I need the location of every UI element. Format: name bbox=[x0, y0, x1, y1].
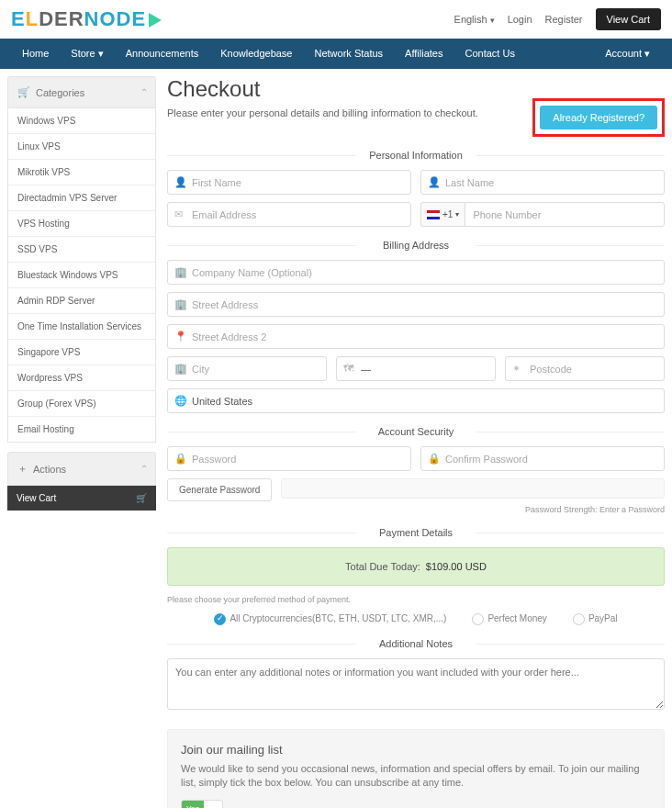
certificate-icon: ✴ bbox=[512, 363, 521, 375]
register-link[interactable]: Register bbox=[545, 14, 583, 25]
nav-home[interactable]: Home bbox=[11, 39, 60, 69]
mailing-text: We would like to send you occasional new… bbox=[181, 762, 651, 791]
radio-icon bbox=[472, 613, 484, 625]
chevron-up-icon: ⌃ bbox=[140, 87, 148, 97]
confirm-password-field[interactable] bbox=[420, 446, 665, 471]
lock-icon: 🔒 bbox=[428, 453, 441, 465]
total-due-bar: Total Due Today:$109.00 USD bbox=[167, 547, 665, 586]
lock-icon: 🔒 bbox=[174, 453, 187, 465]
logo-arrow-icon bbox=[149, 13, 162, 28]
chevron-down-icon: ▾ bbox=[98, 48, 104, 59]
category-item[interactable]: Email Hosting bbox=[8, 417, 155, 442]
nav-store[interactable]: Store ▾ bbox=[60, 39, 114, 69]
section-notes: Additional Notes bbox=[167, 638, 665, 649]
pay-option-perfect-money[interactable]: Perfect Money bbox=[472, 613, 546, 625]
nav-account[interactable]: Account ▾ bbox=[594, 39, 661, 69]
pay-option-crypto[interactable]: All Cryptocurrencies(BTC, ETH, USDT, LTC… bbox=[214, 613, 446, 625]
section-security: Account Security bbox=[167, 426, 665, 437]
login-link[interactable]: Login bbox=[508, 14, 532, 25]
state-select[interactable]: — bbox=[336, 356, 496, 381]
phone-field[interactable] bbox=[465, 202, 665, 227]
building-icon: 🏢 bbox=[174, 298, 187, 310]
category-item[interactable]: VPS Hosting bbox=[8, 211, 155, 237]
logo[interactable]: ELDERNODE bbox=[11, 7, 162, 31]
email-field[interactable] bbox=[167, 202, 411, 227]
already-registered-button[interactable]: Already Registered? bbox=[540, 106, 657, 129]
category-item[interactable]: Directadmin VPS Server bbox=[8, 185, 155, 211]
total-amount: $109.00 USD bbox=[426, 561, 487, 572]
category-item[interactable]: One Time Installation Services bbox=[8, 314, 155, 340]
street2-field[interactable] bbox=[167, 324, 665, 349]
actions-header[interactable]: ＋ Actions ⌃ bbox=[7, 452, 156, 486]
street-field[interactable] bbox=[167, 292, 665, 317]
view-cart-button[interactable]: View Cart bbox=[596, 8, 661, 30]
nav-network-status[interactable]: Network Status bbox=[304, 39, 395, 69]
postcode-field[interactable] bbox=[505, 356, 665, 381]
category-item[interactable]: Admin RDP Server bbox=[8, 288, 155, 314]
category-item[interactable]: Windows VPS bbox=[8, 108, 155, 134]
cart-icon: 🛒 bbox=[136, 493, 147, 503]
toggle-yes-label: Yes bbox=[182, 801, 204, 808]
plus-icon: ＋ bbox=[17, 462, 28, 476]
section-billing: Billing Address bbox=[167, 240, 665, 251]
password-field[interactable] bbox=[167, 446, 411, 471]
categories-header[interactable]: 🛒 Categories ⌃ bbox=[7, 76, 156, 108]
map-icon: 🗺 bbox=[343, 363, 353, 374]
password-strength-text: Password Strength: Enter a Password bbox=[167, 505, 665, 514]
pay-option-paypal[interactable]: PayPal bbox=[573, 613, 618, 625]
category-item[interactable]: Mikrotik VPS bbox=[8, 160, 155, 185]
globe-icon: 🌐 bbox=[174, 395, 187, 407]
section-payment: Payment Details bbox=[167, 527, 665, 538]
already-registered-highlight: Already Registered? bbox=[532, 98, 665, 137]
nav-contact[interactable]: Contact Us bbox=[454, 39, 525, 69]
nav-affiliates[interactable]: Affiliates bbox=[394, 39, 454, 69]
category-item[interactable]: Linux VPS bbox=[8, 134, 155, 160]
city-field[interactable] bbox=[167, 356, 327, 381]
last-name-field[interactable] bbox=[420, 170, 665, 195]
mailing-toggle[interactable]: Yes bbox=[181, 800, 223, 808]
chevron-up-icon: ⌃ bbox=[140, 464, 148, 474]
us-flag-icon bbox=[427, 210, 440, 219]
mailing-title: Join our mailing list bbox=[181, 743, 651, 757]
cart-icon: 🛒 bbox=[17, 86, 30, 98]
radio-checked-icon bbox=[214, 613, 226, 625]
building-icon: 🏢 bbox=[174, 266, 187, 278]
nav-knowledgebase[interactable]: Knowledgebase bbox=[209, 39, 303, 69]
category-item[interactable]: Singapore VPS bbox=[8, 340, 155, 365]
category-item[interactable]: Group (Forex VPS) bbox=[8, 391, 155, 417]
chevron-down-icon: ▾ bbox=[644, 48, 650, 59]
phone-country-selector[interactable]: +1▾ bbox=[420, 202, 465, 227]
user-icon: 👤 bbox=[174, 176, 187, 188]
password-strength-bar bbox=[281, 478, 665, 499]
sidebar-view-cart[interactable]: View Cart 🛒 bbox=[7, 486, 156, 511]
company-field[interactable] bbox=[167, 260, 665, 285]
building-icon: 🏢 bbox=[174, 363, 187, 375]
radio-icon bbox=[573, 613, 585, 625]
category-item[interactable]: Bluestack Windows VPS bbox=[8, 263, 155, 288]
generate-password-button[interactable]: Generate Password bbox=[167, 478, 272, 501]
map-pin-icon: 📍 bbox=[174, 331, 187, 342]
payment-note: Please choose your preferred method of p… bbox=[167, 595, 665, 604]
category-item[interactable]: Wordpress VPS bbox=[8, 365, 155, 391]
envelope-icon: ✉ bbox=[174, 208, 183, 220]
first-name-field[interactable] bbox=[167, 170, 411, 195]
category-item[interactable]: SSD VPS bbox=[8, 237, 155, 263]
language-selector[interactable]: English▾ bbox=[454, 14, 495, 25]
section-personal: Personal Information bbox=[167, 150, 665, 161]
country-select[interactable]: United States bbox=[167, 388, 665, 413]
notes-textarea[interactable] bbox=[167, 658, 665, 710]
user-icon: 👤 bbox=[428, 176, 441, 188]
nav-announcements[interactable]: Announcements bbox=[115, 39, 210, 69]
